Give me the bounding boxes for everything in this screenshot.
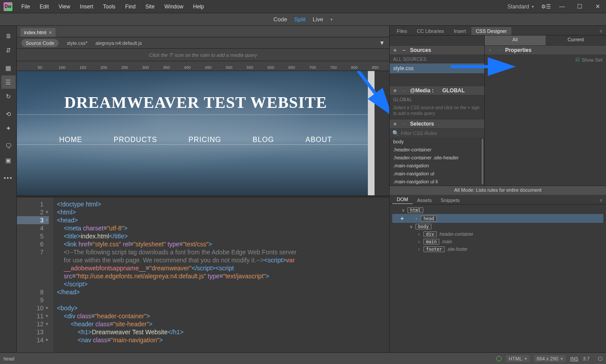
selector-item[interactable]: body xyxy=(390,138,484,146)
add-source-button[interactable]: + xyxy=(392,47,398,54)
tab-snippets[interactable]: Snippets xyxy=(436,196,464,204)
menu-edit[interactable]: Edit xyxy=(35,2,53,12)
maximize-button[interactable]: ☐ xyxy=(573,3,586,10)
refresh-icon[interactable]: ↻ xyxy=(1,90,16,103)
menu-window[interactable]: Window xyxy=(160,2,188,12)
code-editor[interactable]: 12▼3▼4567 8910▼11▼12▼1314▼ <!doctype htm… xyxy=(17,198,389,352)
show-set-checkbox[interactable]: ☑ xyxy=(575,57,580,63)
selector-item[interactable]: .main-navigation ul li xyxy=(390,178,484,186)
media-global-label: GLOBAL xyxy=(390,95,484,104)
dom-node[interactable]: ›main .main xyxy=(392,238,603,245)
menu-tools[interactable]: Tools xyxy=(99,2,120,12)
chevron-icon[interactable]: › xyxy=(416,239,422,244)
chevron-icon[interactable]: › xyxy=(416,247,422,252)
language-mode[interactable]: HTML▾ xyxy=(506,355,530,362)
nav-link[interactable]: PRICING xyxy=(188,136,221,144)
chevron-icon[interactable]: ∨ xyxy=(400,208,406,213)
media-header: + − @Media : GLOBAL xyxy=(390,86,484,95)
scrollbar[interactable] xyxy=(368,71,375,195)
file-tab-index[interactable]: index.html × xyxy=(20,28,56,37)
comment-icon[interactable]: 🗨 xyxy=(1,139,16,153)
tab-css-designer[interactable]: CSS Designer xyxy=(471,27,511,35)
close-button[interactable]: ✕ xyxy=(591,3,604,10)
remove-property-button[interactable]: − xyxy=(496,47,502,54)
workspace-switcher[interactable]: Standard ▾ xyxy=(505,3,537,11)
view-split[interactable]: Split xyxy=(294,16,305,23)
related-file[interactable]: style.css* xyxy=(67,40,87,46)
close-icon[interactable]: × xyxy=(49,30,52,35)
menu-file[interactable]: File xyxy=(17,2,34,12)
mode-current[interactable]: Current xyxy=(546,36,606,45)
selector-item[interactable]: .header-container .site-header xyxy=(390,154,484,162)
view-code[interactable]: Code xyxy=(273,16,287,23)
add-selector-button[interactable]: + xyxy=(392,120,398,127)
ruler[interactable]: 5010015020025030035040045050055060065070… xyxy=(17,61,389,71)
mode-all[interactable]: All xyxy=(485,36,546,45)
chevron-icon[interactable]: › xyxy=(414,216,419,221)
selector-item[interactable]: .main-navigation ul xyxy=(390,170,484,178)
selector-item[interactable]: .header-container xyxy=(390,146,484,154)
live-preview-pane[interactable]: DREAMWEAVER TEST WEBSITE HOMEPRODUCTSPRI… xyxy=(17,71,389,195)
sources-header: + − Sources xyxy=(390,45,484,55)
selector-filter-input[interactable] xyxy=(401,131,482,136)
panel-menu-icon[interactable]: ≡ xyxy=(596,27,606,35)
menu-view[interactable]: View xyxy=(54,2,75,12)
media-query-hint: Click the ▽ icon on the ruler to add a m… xyxy=(17,49,389,61)
live-options-icon[interactable]: ▦ xyxy=(1,61,16,75)
code-content[interactable]: <!doctype html><html><head> <meta charse… xyxy=(53,198,389,352)
chevron-icon[interactable]: › xyxy=(416,232,422,237)
dom-node[interactable]: ›div .header-container xyxy=(392,230,603,238)
chevron-down-icon[interactable]: ▾ xyxy=(331,17,333,22)
inspect-icon[interactable]: ☰ xyxy=(1,75,16,89)
sync-settings-icon[interactable]: ⚙☰ xyxy=(541,4,551,10)
tab-files[interactable]: Files xyxy=(392,27,411,35)
nav-link[interactable]: PRODUCTS xyxy=(114,136,157,144)
dom-node[interactable]: ∨html xyxy=(392,206,603,214)
menu-site[interactable]: Site xyxy=(141,2,159,12)
dom-node[interactable]: ›footer .site-footer xyxy=(392,245,603,253)
menu-find[interactable]: Find xyxy=(121,2,140,12)
nav-link[interactable]: ABOUT xyxy=(306,136,332,144)
dom-class: .main xyxy=(441,239,452,244)
source-code-pill[interactable]: Source Code xyxy=(21,39,59,47)
dom-class: .header-container xyxy=(439,232,473,237)
insert-mode[interactable]: INS xyxy=(570,356,578,361)
dom-node[interactable]: ∨body xyxy=(392,223,603,230)
panel-menu-icon[interactable]: ≡ xyxy=(596,196,606,204)
filter-icon[interactable]: ▼ xyxy=(379,40,385,46)
related-file[interactable]: alegreya:n4:default.js xyxy=(96,40,142,46)
minimize-button[interactable]: — xyxy=(555,3,569,10)
selectors-list: body.header-container.header-container .… xyxy=(390,138,484,186)
tab-insert[interactable]: Insert xyxy=(449,27,470,35)
breadcrumb[interactable]: head xyxy=(4,356,14,361)
file-management-icon[interactable]: 🗎 xyxy=(1,29,16,43)
chevron-icon[interactable]: ∨ xyxy=(408,224,414,229)
format-icon[interactable]: ✦ xyxy=(1,122,16,135)
dom-tag: head xyxy=(421,216,437,222)
sync-ok-icon[interactable] xyxy=(496,356,502,361)
add-media-button[interactable]: + xyxy=(392,87,398,94)
source-item-stylecss[interactable]: style.css xyxy=(390,63,484,73)
selector-item[interactable]: .main-navigation xyxy=(390,162,484,170)
tab-assets[interactable]: Assets xyxy=(413,196,436,204)
menu-insert[interactable]: Insert xyxy=(76,2,98,12)
viewport-size[interactable]: 864 x 290▾ xyxy=(534,355,566,362)
menu-help[interactable]: Help xyxy=(189,2,209,12)
nav-link[interactable]: HOME xyxy=(59,136,82,144)
wrap-icon[interactable]: ▣ xyxy=(1,154,16,167)
remove-media-button[interactable]: − xyxy=(401,87,407,94)
view-live[interactable]: Live xyxy=(313,16,323,23)
remove-source-button[interactable]: − xyxy=(401,47,407,54)
collapse-icon[interactable]: ⟲ xyxy=(1,107,16,121)
nav-link[interactable]: BLOG xyxy=(252,136,274,144)
remove-selector-button[interactable]: − xyxy=(401,120,407,127)
git-icon[interactable]: ⇵ xyxy=(1,44,16,57)
add-node-button[interactable]: + xyxy=(400,215,404,222)
dom-node[interactable]: +›head xyxy=(392,214,603,223)
add-property-button[interactable]: + xyxy=(487,47,493,54)
more-tools-icon[interactable]: ••• xyxy=(1,171,16,185)
preview-icon[interactable]: 🖵 xyxy=(598,356,602,361)
scrollbar[interactable] xyxy=(481,138,484,186)
tab-dom[interactable]: DOM xyxy=(392,195,413,204)
tab-cc-libraries[interactable]: CC Libraries xyxy=(412,27,448,35)
